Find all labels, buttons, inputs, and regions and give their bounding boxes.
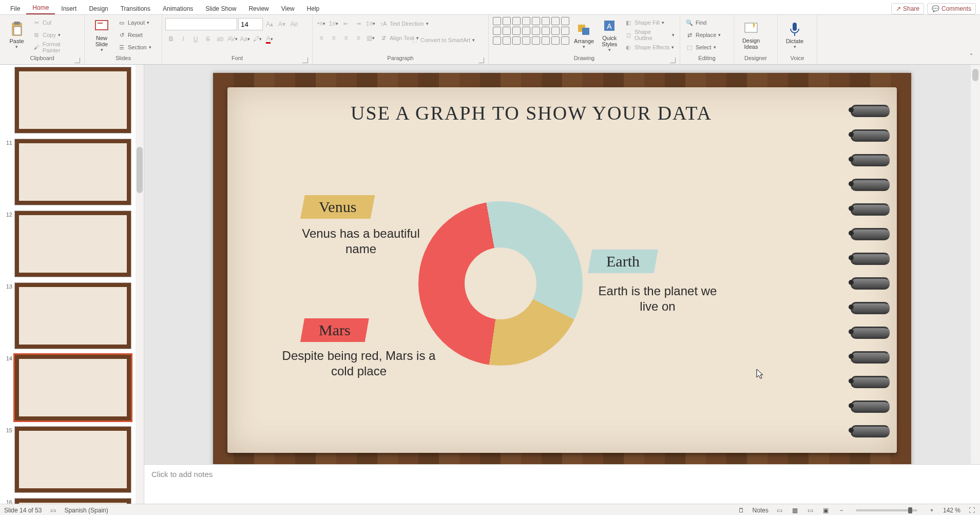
shadow-button[interactable]: ab xyxy=(215,33,226,45)
align-right-button[interactable]: ≡ xyxy=(340,32,352,44)
layout-button[interactable]: ▭Layout▾ xyxy=(116,17,153,28)
decrease-indent-button[interactable]: ⇤ xyxy=(340,18,352,29)
columns-button[interactable]: ▥▾ xyxy=(365,32,376,44)
slideshow-view-button[interactable]: ▣ xyxy=(822,506,830,514)
arrange-button[interactable]: Arrange▾ xyxy=(571,16,597,54)
collapse-ribbon-button[interactable]: ˄ xyxy=(966,51,977,62)
paste-button[interactable]: Paste ▾ xyxy=(3,16,30,54)
decrease-font-button[interactable]: A▾ xyxy=(276,18,287,30)
slide-thumbnail[interactable] xyxy=(14,282,131,349)
format-painter-button[interactable]: 🖌Format Painter xyxy=(30,42,81,53)
copy-button[interactable]: ⧉Copy▾ xyxy=(30,29,81,41)
comments-label: Comments xyxy=(941,5,971,12)
slide-thumbnail[interactable] xyxy=(14,67,131,133)
slide-thumbnail[interactable] xyxy=(14,498,131,504)
thumbnail-scrollbar[interactable] xyxy=(136,65,144,504)
smartart-button[interactable]: ⬚Convert to SmartArt▾ xyxy=(408,34,477,46)
justify-button[interactable]: ≡ xyxy=(353,32,364,44)
line-spacing-button[interactable]: ‡≡▾ xyxy=(365,18,376,29)
chevron-down-icon: ▾ xyxy=(101,47,103,52)
font-size-input[interactable] xyxy=(238,18,263,30)
shape-outline-button[interactable]: ◻Shape Outline▾ xyxy=(622,29,677,41)
clear-formatting-button[interactable]: A⎚ xyxy=(289,18,300,30)
new-slide-button[interactable]: New Slide ▾ xyxy=(88,16,116,54)
earth-description[interactable]: Earth is the planet we live on xyxy=(591,283,724,314)
notes-pane[interactable]: Click to add notes xyxy=(144,464,980,504)
editor-scrollbar[interactable] xyxy=(971,65,980,464)
tab-file[interactable]: File xyxy=(4,2,26,14)
earth-label-tape[interactable]: Earth xyxy=(588,250,658,273)
cut-button[interactable]: ✂Cut xyxy=(30,17,81,28)
tab-home[interactable]: Home xyxy=(26,1,55,14)
underline-button[interactable]: U xyxy=(190,33,201,45)
dialog-launcher-icon[interactable] xyxy=(302,58,308,63)
zoom-out-button[interactable]: − xyxy=(837,506,846,514)
comments-button[interactable]: 💬 Comments xyxy=(927,3,976,14)
slide-title[interactable]: USE A GRAPH TO SHOW YOUR DATA xyxy=(213,102,850,124)
italic-button[interactable]: I xyxy=(178,33,189,45)
dictate-button[interactable]: Dictate▾ xyxy=(781,16,809,54)
text-direction-button[interactable]: ↕AText Direction▾ xyxy=(377,18,431,29)
section-button[interactable]: ☰Section▾ xyxy=(116,42,153,53)
bold-button[interactable]: B xyxy=(165,33,177,45)
slide-thumbnail[interactable] xyxy=(14,211,131,277)
svg-rect-9 xyxy=(745,23,757,32)
shape-fill-button[interactable]: ◧Shape Fill▾ xyxy=(622,17,677,28)
strike-button[interactable]: S xyxy=(202,33,214,45)
slide-thumbnail-selected[interactable] xyxy=(14,354,131,421)
accessibility-icon[interactable]: ▭ xyxy=(49,506,57,514)
select-button[interactable]: ⬚Select▾ xyxy=(683,42,723,53)
tab-animations[interactable]: Animations xyxy=(157,2,199,14)
font-family-input[interactable] xyxy=(165,18,237,30)
reset-button[interactable]: ↺Reset xyxy=(116,29,153,41)
venus-description[interactable]: Venus has a beautiful name xyxy=(294,226,428,257)
sorter-view-button[interactable]: ▦ xyxy=(791,506,799,514)
zoom-in-button[interactable]: + xyxy=(928,506,936,514)
highlight-button[interactable]: 🖍▾ xyxy=(252,33,263,45)
shapes-gallery[interactable] xyxy=(492,16,571,46)
tab-view[interactable]: View xyxy=(275,2,301,14)
thumb-number: 15 xyxy=(2,426,14,433)
quick-styles-button[interactable]: A Quick Styles▾ xyxy=(597,16,622,54)
font-color-button[interactable]: A▾ xyxy=(264,33,275,45)
increase-indent-button[interactable]: ⇥ xyxy=(353,18,364,29)
increase-font-button[interactable]: A▴ xyxy=(264,18,275,30)
align-left-button[interactable]: ≡ xyxy=(316,32,327,44)
zoom-slider[interactable] xyxy=(856,509,917,511)
tab-help[interactable]: Help xyxy=(301,2,326,14)
tab-review[interactable]: Review xyxy=(242,2,275,14)
reading-view-button[interactable]: ▭ xyxy=(806,506,815,514)
zoom-percent[interactable]: 142 % xyxy=(943,507,960,514)
slide-thumbnail[interactable] xyxy=(14,139,131,205)
mars-label-tape[interactable]: Mars xyxy=(300,318,369,342)
dialog-launcher-icon[interactable] xyxy=(74,58,80,63)
donut-chart[interactable] xyxy=(418,201,583,366)
status-slide-number: Slide 14 of 53 xyxy=(4,507,42,514)
notes-toggle[interactable]: Notes xyxy=(753,507,768,514)
slide-canvas[interactable]: USE A GRAPH TO SHOW YOUR DATA Venus Venu… xyxy=(213,73,911,464)
tab-design[interactable]: Design xyxy=(83,2,114,14)
fit-to-window-button[interactable]: ⛶ xyxy=(968,506,976,514)
dialog-launcher-icon[interactable] xyxy=(478,58,484,63)
mars-description[interactable]: Despite being red, Mars is a cold place xyxy=(282,348,436,379)
align-center-button[interactable]: ≡ xyxy=(328,32,339,44)
slide-thumbnail[interactable] xyxy=(14,426,131,493)
zoom-thumb[interactable] xyxy=(908,507,912,513)
bullets-button[interactable]: •≡▾ xyxy=(316,18,327,29)
replace-button[interactable]: ⇄Replace▾ xyxy=(683,29,723,41)
numbering-button[interactable]: 1≡▾ xyxy=(328,18,339,29)
status-language[interactable]: Spanish (Spain) xyxy=(64,507,108,514)
venus-label-tape[interactable]: Venus xyxy=(300,195,375,219)
change-case-button[interactable]: Aa▾ xyxy=(239,33,251,45)
normal-view-button[interactable]: ▭ xyxy=(776,506,784,514)
find-button[interactable]: 🔍Find xyxy=(683,17,723,28)
design-ideas-button[interactable]: Design Ideas xyxy=(737,16,765,54)
char-spacing-button[interactable]: AV▾ xyxy=(227,33,238,45)
tab-insert[interactable]: Insert xyxy=(55,2,83,14)
share-button[interactable]: ↗ Share xyxy=(891,3,924,14)
tab-slideshow[interactable]: Slide Show xyxy=(199,2,242,14)
dialog-launcher-icon[interactable] xyxy=(670,58,676,63)
group-label-drawing: Drawing xyxy=(492,55,677,64)
tab-transitions[interactable]: Transitions xyxy=(114,2,157,14)
shape-effects-button[interactable]: ◐Shape Effects▾ xyxy=(622,42,677,53)
